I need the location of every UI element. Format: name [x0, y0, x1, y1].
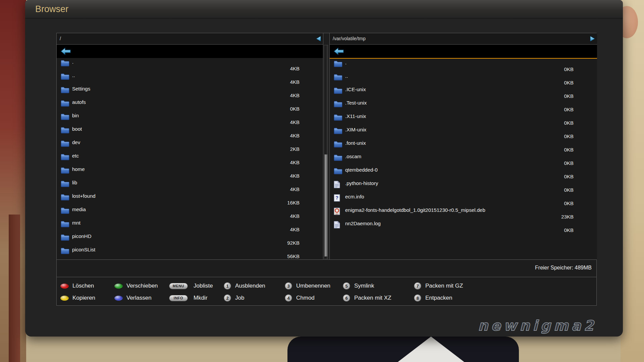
file-row[interactable]: piconSList56KB: [57, 246, 323, 259]
file-size: 0KB: [564, 120, 574, 126]
folder-icon: [61, 180, 69, 188]
legend-number-1-button[interactable]: 1Ausblenden: [224, 281, 265, 291]
folder-icon: [61, 126, 69, 134]
file-row[interactable]: mnt4KB: [57, 219, 323, 233]
file-row[interactable]: .4KB: [57, 58, 323, 72]
file-name: .font-unix: [345, 140, 366, 146]
file-name: .XIM-unix: [345, 127, 366, 132]
file-row[interactable]: qtembedded-00KB: [330, 166, 597, 180]
file-row[interactable]: .XIM-unix0KB: [330, 126, 597, 139]
file-row[interactable]: ?ecm.info0KB: [330, 193, 597, 206]
legend-label: Verlassen: [126, 295, 152, 301]
legend-green-button[interactable]: Verschieben: [114, 281, 158, 291]
folder-icon: [334, 60, 342, 68]
legend-label: Job: [235, 295, 244, 301]
file-name: lib: [72, 180, 77, 185]
file-name: home: [72, 166, 85, 172]
right-pane-nav-right-arrow-icon[interactable]: [590, 36, 595, 42]
file-name: .X11-unix: [345, 113, 366, 119]
file-row[interactable]: .oscam0KB: [330, 153, 597, 166]
folder-icon: [61, 153, 69, 161]
file-row[interactable]: bin4KB: [57, 112, 323, 125]
legend-number-7-button[interactable]: 7Packen mit GZ: [414, 281, 463, 291]
file-row[interactable]: .Test-unix0KB: [330, 99, 597, 113]
title-bar: Browser: [25, 0, 623, 18]
folder-icon: [61, 206, 69, 215]
folder-icon: [334, 140, 342, 148]
window-title: Browser: [25, 0, 623, 18]
left-pane-nav-left-arrow-icon[interactable]: [316, 36, 321, 42]
info-button-icon: INFO: [169, 295, 188, 301]
file-size: 0KB: [564, 80, 574, 85]
file-name: bin: [72, 113, 79, 118]
number-7-key-icon: 7: [414, 282, 421, 290]
file-row[interactable]: lost+found16KB: [57, 192, 323, 206]
legend-yellow-button[interactable]: Kopieren: [60, 293, 95, 303]
left-pane-scrollbar[interactable]: [324, 45, 328, 259]
file-name: .: [72, 59, 73, 65]
file-row[interactable]: nn2Daemon.log0KB: [330, 220, 597, 233]
file-row[interactable]: etc4KB: [57, 152, 323, 166]
right-path-text: /var/volatile/tmp: [333, 36, 366, 41]
file-row[interactable]: media4KB: [57, 206, 323, 219]
legend-number-4-button[interactable]: 4Chmod: [285, 293, 315, 303]
green-button-icon: [114, 283, 123, 289]
legend-label: Ausblenden: [235, 283, 265, 289]
file-row[interactable]: boot4KB: [57, 125, 323, 139]
tv-background-right: [621, 0, 644, 362]
right-selection-cursor-row[interactable]: [330, 45, 597, 59]
file-row[interactable]: .0KB: [330, 59, 597, 72]
file-row[interactable]: .python-history0KB: [330, 180, 597, 193]
file-row[interactable]: autofs0KB: [57, 99, 323, 112]
legend-number-3-button[interactable]: 3Umbenennen: [285, 281, 330, 291]
document-file-icon: [334, 180, 342, 188]
legend-blue-button[interactable]: Verlassen: [114, 293, 152, 303]
file-name: .Test-unix: [345, 100, 367, 106]
file-row[interactable]: piconHD92KB: [57, 233, 323, 246]
folder-icon: [61, 99, 69, 107]
file-row[interactable]: .font-unix0KB: [330, 139, 597, 153]
file-row[interactable]: .ICE-unix0KB: [330, 86, 597, 99]
document-file-icon: [334, 221, 342, 229]
file-name: ..: [345, 73, 348, 79]
file-size: 92KB: [287, 240, 300, 246]
left-selection-cursor-row[interactable]: [57, 45, 323, 58]
svg-text:deb: deb: [335, 213, 338, 215]
scrollbar-thumb[interactable]: [324, 154, 328, 257]
file-size: 0KB: [564, 187, 574, 193]
legend-number-5-button[interactable]: 5Symlink: [343, 281, 374, 291]
file-size: 0KB: [564, 107, 574, 112]
legend-number-8-button[interactable]: 8Entpacken: [414, 293, 452, 303]
file-row[interactable]: Settings4KB: [57, 85, 323, 99]
red-button-icon: [60, 283, 69, 289]
file-row[interactable]: home4KB: [57, 166, 323, 179]
file-row[interactable]: ..0KB: [330, 72, 597, 86]
legend-number-6-button[interactable]: 6Packen mit XZ: [343, 293, 391, 303]
browser-window: Browser / .4KB..4KBSettings4KBautofs0KBb…: [25, 0, 623, 337]
number-5-key-icon: 5: [343, 282, 350, 290]
file-name: .oscam: [345, 154, 361, 159]
legend-menu-button[interactable]: MENUJobliste: [169, 281, 213, 291]
legend-number-2-button[interactable]: 2Job: [224, 293, 244, 303]
file-row[interactable]: .X11-unix0KB: [330, 113, 597, 126]
file-name: mnt: [72, 220, 80, 226]
file-name: nn2Daemon.log: [345, 221, 381, 226]
file-name: ..: [72, 72, 75, 78]
file-size: 4KB: [290, 133, 300, 138]
file-row[interactable]: debenigma2-fonts-handelgotdbol_1.0git201…: [330, 206, 597, 220]
file-size: 0KB: [564, 66, 574, 72]
folder-icon: [61, 139, 69, 147]
file-size: 4KB: [290, 79, 300, 85]
folder-icon: [61, 220, 69, 228]
legend-red-button[interactable]: Löschen: [60, 281, 94, 291]
legend-label: Löschen: [72, 283, 94, 289]
file-size: 0KB: [564, 93, 574, 99]
file-size: 0KB: [564, 147, 574, 153]
file-row[interactable]: lib4KB: [57, 179, 323, 192]
file-size: 0KB: [564, 200, 574, 206]
newnigma2-logo: newnigma2: [478, 317, 597, 334]
file-row[interactable]: ..4KB: [57, 72, 323, 85]
legend-info-button[interactable]: INFOMkdir: [169, 293, 208, 303]
button-legend: LöschenVerschiebenMENUJobliste1Ausblende…: [57, 277, 596, 305]
file-row[interactable]: dev2KB: [57, 139, 323, 152]
